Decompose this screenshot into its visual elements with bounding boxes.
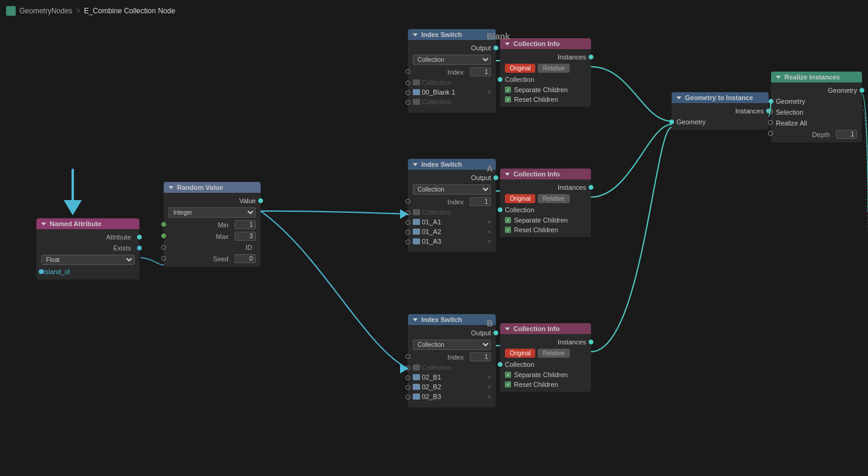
coll-in-socket[interactable] bbox=[406, 366, 410, 370]
attr-value: island_id bbox=[44, 268, 70, 275]
coll-item3-socket[interactable] bbox=[406, 395, 410, 400]
coll-item1-socket[interactable] bbox=[406, 375, 410, 380]
geometry-in-socket[interactable] bbox=[669, 119, 674, 124]
coll-item2-remove[interactable]: × bbox=[487, 384, 491, 391]
geometry-out-socket[interactable] bbox=[860, 88, 864, 93]
original-btn[interactable]: Original bbox=[505, 349, 535, 358]
exists-label: Exists bbox=[41, 244, 135, 252]
instances-row: Instances bbox=[672, 106, 769, 116]
coll-item1-label: 00_Blank 1 bbox=[422, 89, 486, 96]
coll-in-socket[interactable] bbox=[406, 81, 410, 85]
seed-socket[interactable] bbox=[161, 256, 166, 261]
coll-item2-remove[interactable]: × bbox=[487, 229, 491, 235]
index-switch-b-header[interactable]: Index Switch bbox=[408, 314, 496, 325]
max-input[interactable] bbox=[235, 232, 256, 241]
instances-socket[interactable] bbox=[589, 340, 593, 344]
type-select[interactable]: Float bbox=[41, 255, 135, 265]
relative-btn[interactable]: Relative bbox=[538, 194, 569, 203]
index-input[interactable] bbox=[470, 67, 491, 76]
index-socket[interactable] bbox=[406, 69, 410, 74]
attribute-socket[interactable] bbox=[137, 235, 142, 240]
relative-btn[interactable]: Relative bbox=[538, 64, 569, 73]
coll-item1-remove[interactable]: × bbox=[487, 89, 491, 96]
collection-row: Collection bbox=[408, 183, 496, 196]
random-value-node: Random Value Value Integer Min Max ID bbox=[164, 182, 261, 267]
selection-label: Selection bbox=[776, 109, 803, 116]
id-socket[interactable] bbox=[161, 245, 166, 250]
collection-select[interactable]: Collection bbox=[413, 340, 491, 350]
min-input[interactable] bbox=[235, 220, 256, 229]
collection-select[interactable]: Collection bbox=[413, 55, 491, 65]
index-input[interactable] bbox=[470, 197, 491, 206]
collection-info-blank-header[interactable]: Collection Info bbox=[500, 38, 591, 49]
index-switch-a: Index Switch Output Collection Index Col… bbox=[408, 159, 496, 252]
geometry-in-socket[interactable] bbox=[769, 99, 773, 104]
output-socket[interactable] bbox=[493, 45, 498, 50]
depth-socket[interactable] bbox=[767, 130, 773, 136]
collection-in-socket[interactable] bbox=[498, 362, 502, 367]
reset-children-check[interactable] bbox=[505, 381, 511, 387]
depth-input[interactable] bbox=[836, 130, 857, 139]
original-btn[interactable]: Original bbox=[505, 64, 535, 73]
instances-socket[interactable] bbox=[589, 185, 593, 190]
output-socket[interactable] bbox=[493, 330, 498, 335]
geometry-in-label: Geometry bbox=[776, 98, 805, 105]
collection-in-socket[interactable] bbox=[498, 77, 502, 82]
value-row: island_id bbox=[36, 266, 139, 277]
coll-item3-remove[interactable]: × bbox=[487, 394, 491, 400]
type-select[interactable]: Integer bbox=[169, 207, 256, 218]
coll-add-socket[interactable] bbox=[406, 100, 410, 105]
index-label: Index bbox=[413, 69, 467, 76]
geo-to-instance-header[interactable]: Geometry to Instance bbox=[672, 92, 769, 103]
coll-item1-socket[interactable] bbox=[406, 220, 410, 225]
collection-info-a-header[interactable]: Collection Info bbox=[500, 169, 591, 179]
coll-item1-socket[interactable] bbox=[406, 90, 410, 95]
collection-info-b-header[interactable]: Collection Info bbox=[500, 323, 591, 334]
index-in-socket[interactable] bbox=[406, 354, 410, 359]
random-value-title: Random Value bbox=[177, 184, 223, 191]
geometry-to-instance-node: Geometry to Instance Instances Geometry bbox=[672, 92, 769, 130]
realize-instances-header[interactable]: Realize Instances bbox=[771, 72, 862, 82]
instances-socket[interactable] bbox=[589, 55, 593, 59]
index-label: Index bbox=[413, 354, 467, 361]
coll-in-socket[interactable] bbox=[406, 210, 410, 215]
coll-item1-remove[interactable]: × bbox=[487, 219, 491, 226]
collection-row: Collection bbox=[408, 338, 496, 351]
seed-input[interactable] bbox=[235, 254, 256, 263]
reset-children-check[interactable] bbox=[505, 227, 511, 233]
index-input[interactable] bbox=[470, 352, 491, 361]
coll-item3-remove[interactable]: × bbox=[487, 238, 491, 245]
separate-children-check[interactable] bbox=[505, 217, 511, 223]
separate-children-check[interactable] bbox=[505, 372, 511, 378]
index-switch-a-header[interactable]: Index Switch bbox=[408, 159, 496, 170]
separate-children-check[interactable] bbox=[505, 87, 511, 93]
breadcrumb-parent[interactable]: GeometryNodes bbox=[19, 7, 72, 15]
named-attribute-header[interactable]: Named Attribute bbox=[36, 218, 139, 229]
max-socket[interactable] bbox=[161, 233, 166, 238]
coll-item1-remove[interactable]: × bbox=[487, 374, 491, 381]
value-out-row: Value bbox=[164, 195, 261, 206]
coll-placeholder-row: Collection bbox=[408, 363, 496, 372]
coll-item2-socket[interactable] bbox=[406, 385, 410, 390]
original-btn[interactable]: Original bbox=[505, 194, 535, 203]
coll-item1-label: 01_A1 bbox=[422, 218, 486, 226]
breadcrumb-separator: > bbox=[76, 7, 80, 15]
random-value-header[interactable]: Random Value bbox=[164, 182, 261, 193]
value-out-socket[interactable] bbox=[258, 198, 263, 203]
index-in-socket[interactable] bbox=[406, 199, 410, 204]
min-socket[interactable] bbox=[161, 222, 166, 227]
collection-in-socket[interactable] bbox=[498, 207, 502, 212]
index-switch-blank-header[interactable]: Index Switch bbox=[408, 29, 496, 40]
relative-btn[interactable]: Relative bbox=[538, 349, 569, 358]
geo-to-instance-body: Instances Geometry bbox=[672, 103, 769, 130]
exists-socket[interactable] bbox=[137, 246, 142, 250]
reset-children-check[interactable] bbox=[505, 96, 511, 102]
value-socket[interactable] bbox=[39, 269, 44, 274]
collection-select[interactable]: Collection bbox=[413, 184, 491, 195]
output-socket[interactable] bbox=[493, 175, 498, 180]
coll-item2-socket[interactable] bbox=[406, 230, 410, 235]
coll-item3-socket[interactable] bbox=[406, 240, 410, 244]
coll-item2-label: 01_A2 bbox=[422, 228, 486, 235]
collapse-icon bbox=[676, 96, 681, 99]
max-label: Max bbox=[169, 233, 232, 240]
